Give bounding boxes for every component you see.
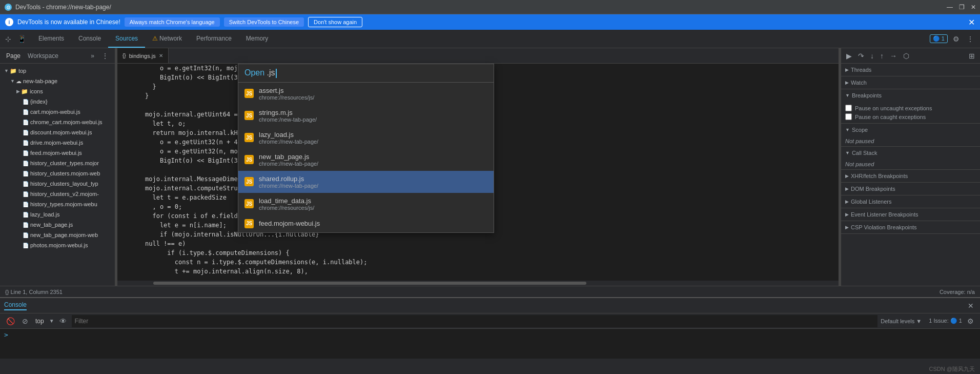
tree-item-lazy-load-js[interactable]: 📄lazy_load.js (0, 209, 115, 220)
tree-item-new-tab-page[interactable]: ▼☁new-tab-page (0, 76, 115, 86)
tree-item-history-cluster-types-mojor[interactable]: 📄history_cluster_types.mojor (0, 158, 115, 168)
resume-btn[interactable]: ▶ (844, 51, 854, 61)
tree-item-chrome-cart-mojom-webui-js[interactable]: 📄chrome_cart.mojom-webui.js (0, 117, 115, 127)
step-out-btn[interactable]: ↑ (878, 51, 886, 61)
autocomplete-item[interactable]: JSshared.rollup.jschrome://new-tab-page/ (238, 171, 494, 193)
tree-item-icons[interactable]: ▶📁icons (0, 86, 115, 96)
autocomplete-query: .js (267, 68, 275, 77)
autocomplete-search: Open .js (238, 64, 494, 83)
tab-performance[interactable]: Performance (189, 30, 239, 48)
tree-item-new-tab-page-js[interactable]: 📄new_tab_page.js (0, 220, 115, 230)
console-context-arrow[interactable]: ▼ (49, 318, 54, 324)
autocomplete-item[interactable]: JSstrings.m.jschrome:/new-tab-page/ (238, 105, 494, 127)
tree-item-cart-mojom-webui-js[interactable]: 📄cart.mojom-webui.js (0, 107, 115, 117)
autocomplete-item[interactable]: JSnew_tab_page.jschrome://new-tab-page/ (238, 149, 494, 171)
csp-header[interactable]: ▶ CSP Violation Breakpoints (841, 221, 980, 233)
watch-header[interactable]: ▶ Watch (841, 76, 980, 89)
autocomplete-box[interactable]: Open .js JSassert.jschrome://resources/j… (238, 64, 494, 233)
callstack-header[interactable]: ▼ Call Stack (841, 147, 980, 159)
tree-item-label: history_clusters_v2.mojom- (30, 191, 99, 197)
tree-item-top[interactable]: ▼📁top (0, 66, 115, 76)
tab-memory[interactable]: Memory (239, 30, 275, 48)
tree-item-photos-mojom-webui-js[interactable]: 📄photos.mojom-webui.js (0, 240, 115, 250)
tree-item-history-clusters-v2-mojom-[interactable]: 📄history_clusters_v2.mojom- (0, 189, 115, 199)
deactivate-breakpoints-btn[interactable]: ⬡ (901, 51, 911, 61)
tab-console[interactable]: Console (71, 30, 108, 48)
badge-btn[interactable]: 🔵 1 (930, 34, 948, 43)
autocomplete-item-name: shared.rollup.js (259, 175, 318, 183)
autocomplete-item-info: load_time_data.jschrome://resources/js/ (259, 197, 314, 211)
console-eye-btn[interactable]: 👁 (57, 316, 69, 326)
step-into-btn[interactable]: ↓ (868, 51, 876, 61)
more-options-btn[interactable]: ⊞ (967, 51, 977, 61)
tree-item-label: top (18, 68, 26, 74)
tree-item-new-tab-page-mojom-web[interactable]: 📄new_tab_page.mojom-web (0, 230, 115, 240)
line-content: null !== e) (145, 239, 186, 248)
minimize-btn[interactable]: — (947, 4, 953, 11)
line-content: for (const i of e.fields) { (145, 211, 253, 221)
csp-label: CSP Violation Breakpoints (851, 224, 917, 230)
tab-elements[interactable]: Elements (31, 30, 71, 48)
tree-item-feed-mojom-webui-js[interactable]: 📄feed.mojom-webui.js (0, 148, 115, 158)
close-btn[interactable]: ✕ (971, 4, 976, 11)
xhr-breakpoints-header[interactable]: ▶ XHR/fetch Breakpoints (841, 170, 980, 182)
match-language-btn[interactable]: Always match Chrome's language (125, 17, 220, 27)
horizontal-scrollbar[interactable] (117, 281, 839, 286)
console-tab[interactable]: Console (4, 301, 27, 310)
autocomplete-item[interactable]: JSload_time_data.jschrome://resources/js… (238, 193, 494, 215)
file-icon: 📄 (23, 243, 29, 248)
console-clear-btn[interactable]: 🚫 (4, 316, 17, 326)
file-icon: 📄 (23, 202, 29, 207)
tree-arrow: ▼ (4, 68, 9, 73)
console-settings-btn[interactable]: ⚙ (965, 316, 976, 326)
autocomplete-item[interactable]: JSfeed.mojom-webui.js (238, 215, 494, 232)
device-btn[interactable]: 📱 (15, 34, 28, 44)
autocomplete-item[interactable]: JSlazy_load.jschrome://new-tab-page/ (238, 127, 494, 149)
sidebar-menu-btn[interactable]: ⋮ (99, 51, 111, 61)
sidebar-header: Page Workspace » ⋮ (0, 48, 115, 64)
sidebar-tab-page[interactable]: Page (4, 52, 23, 60)
scope-header[interactable]: ▼ Scope (841, 124, 980, 136)
sidebar-tab-workspace[interactable]: Workspace (26, 52, 60, 60)
threads-header[interactable]: ▶ Threads (841, 64, 980, 76)
tree-item-history-clusters-mojom-web[interactable]: 📄history_clusters.mojom-web (0, 168, 115, 179)
more-tools-btn[interactable]: ⋮ (965, 34, 976, 44)
global-listeners-header[interactable]: ▶ Global Listeners (841, 195, 980, 208)
console-filter-btn[interactable]: ⊘ (20, 316, 30, 326)
maximize-btn[interactable]: ❐ (959, 4, 965, 11)
editor-tab-close[interactable]: ✕ (159, 53, 163, 58)
switch-devtools-btn[interactable]: Switch DevTools to Chinese (224, 17, 304, 27)
pause-caught-option: Pause on caught exceptions (845, 112, 976, 121)
watch-section: ▶ Watch (841, 76, 980, 89)
tree-item-history-clusters-layout-typ[interactable]: 📄history_clusters_layout_typ (0, 179, 115, 189)
dont-show-btn[interactable]: Don't show again (308, 17, 362, 27)
step-btn[interactable]: → (888, 51, 899, 61)
dom-breakpoints-header[interactable]: ▶ DOM Breakpoints (841, 183, 980, 195)
global-listeners-section: ▶ Global Listeners (841, 195, 980, 208)
console-level-label[interactable]: Default levels ▼ (881, 318, 922, 324)
console-issues-badge[interactable]: 1 Issue: 🔵 1 (929, 318, 962, 324)
tree-item-discount-mojom-webui-js[interactable]: 📄discount.mojom-webui.js (0, 127, 115, 137)
tab-network[interactable]: ⚠Network (145, 30, 189, 48)
tree-item--index-[interactable]: 📄{index} (0, 96, 115, 107)
file-icon: 📄 (23, 99, 29, 105)
autocomplete-item[interactable]: JSassert.jschrome://resources/js/ (238, 83, 494, 105)
editor-tab-bindings[interactable]: {} bindings.js ✕ (117, 48, 169, 63)
settings-btn[interactable]: ⚙ (951, 34, 962, 44)
tree-item-history-types-mojom-webu[interactable]: 📄history_types.mojom-webu (0, 199, 115, 209)
step-over-btn[interactable]: ↷ (856, 51, 866, 61)
tree-item-drive-mojom-webui-js[interactable]: 📄drive.mojom-webui.js (0, 137, 115, 148)
event-listener-header[interactable]: ▶ Event Listener Breakpoints (841, 208, 980, 221)
info-close-btn[interactable]: ✕ (968, 17, 975, 27)
inspect-btn[interactable]: ⊹ (3, 34, 13, 44)
console-filter-input[interactable] (72, 315, 878, 327)
pause-caught-checkbox[interactable] (845, 113, 852, 120)
tab-sources[interactable]: Sources (108, 30, 145, 48)
autocomplete-item-name: lazy_load.js (259, 131, 318, 139)
console-close-btn[interactable]: ✕ (966, 301, 976, 311)
callstack-label: Call Stack (852, 150, 877, 156)
sidebar-more-btn[interactable]: » (91, 52, 94, 60)
breakpoints-header[interactable]: ▼ Breakpoints (841, 89, 980, 102)
pause-uncaught-checkbox[interactable] (845, 105, 852, 111)
autocomplete-open-text: Open (244, 68, 267, 77)
